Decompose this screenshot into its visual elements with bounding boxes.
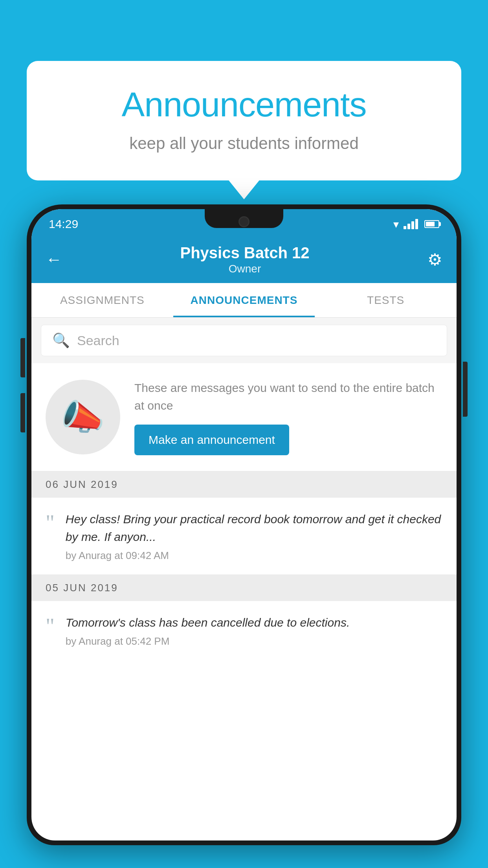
tabs-bar: ASSIGNMENTS ANNOUNCEMENTS TESTS — [31, 283, 457, 318]
batch-title: Physics Batch 12 — [180, 244, 309, 262]
search-icon: 🔍 — [52, 332, 70, 349]
header-center: Physics Batch 12 Owner — [180, 244, 309, 275]
search-placeholder: Search — [77, 333, 119, 348]
phone-container: 14:29 ▾ ← Phys — [27, 204, 461, 868]
tab-tests[interactable]: TESTS — [315, 283, 457, 317]
announcement-message-2: Tomorrow's class has been cancelled due … — [66, 614, 442, 631]
tab-announcements[interactable]: ANNOUNCEMENTS — [173, 283, 315, 317]
back-button[interactable]: ← — [46, 250, 62, 269]
bubble-title: Announcements — [58, 85, 430, 125]
user-role: Owner — [180, 263, 309, 275]
volume-down-button — [20, 338, 25, 377]
announcement-text-1: Hey class! Bring your practical record b… — [66, 510, 442, 562]
announcement-author-2: by Anurag at 05:42 PM — [66, 635, 442, 647]
announcement-author-1: by Anurag at 09:42 AM — [66, 550, 442, 562]
make-announcement-button[interactable]: Make an announcement — [134, 425, 289, 455]
volume-up-button — [20, 393, 25, 432]
app-header: ← Physics Batch 12 Owner ⚙ — [31, 236, 457, 283]
phone-outer: 14:29 ▾ ← Phys — [27, 204, 461, 845]
bubble-subtitle: keep all your students informed — [58, 134, 430, 153]
announcement-text-2: Tomorrow's class has been cancelled due … — [66, 614, 442, 647]
power-button — [463, 362, 468, 417]
battery-icon — [424, 220, 439, 228]
signal-icon — [404, 219, 418, 229]
settings-icon[interactable]: ⚙ — [427, 250, 442, 269]
tab-assignments[interactable]: ASSIGNMENTS — [31, 283, 173, 317]
announcement-item-1[interactable]: " Hey class! Bring your practical record… — [31, 498, 457, 575]
quote-icon-2: " — [46, 615, 55, 637]
date-separator-2: 05 JUN 2019 — [31, 575, 457, 601]
status-icons: ▾ — [393, 218, 439, 231]
announcement-item-2[interactable]: " Tomorrow's class has been cancelled du… — [31, 601, 457, 660]
search-container: 🔍 Search — [31, 318, 457, 363]
announcement-message-1: Hey class! Bring your practical record b… — [66, 510, 442, 546]
phone-notch — [205, 209, 283, 228]
speech-bubble-area: Announcements keep all your students inf… — [27, 61, 461, 180]
announcement-icon-circle: 📣 — [46, 380, 120, 454]
announcement-description: These are messages you want to send to t… — [134, 379, 442, 414]
speech-bubble: Announcements keep all your students inf… — [27, 61, 461, 180]
announcement-right: These are messages you want to send to t… — [134, 379, 442, 455]
camera — [238, 216, 250, 227]
phone-screen: 14:29 ▾ ← Phys — [31, 209, 457, 840]
search-box[interactable]: 🔍 Search — [41, 325, 447, 356]
date-separator-1: 06 JUN 2019 — [31, 471, 457, 498]
megaphone-icon: 📣 — [61, 397, 105, 438]
wifi-icon: ▾ — [393, 218, 399, 231]
announcement-prompt: 📣 These are messages you want to send to… — [31, 363, 457, 471]
status-time: 14:29 — [49, 217, 78, 231]
quote-icon-1: " — [46, 512, 55, 534]
